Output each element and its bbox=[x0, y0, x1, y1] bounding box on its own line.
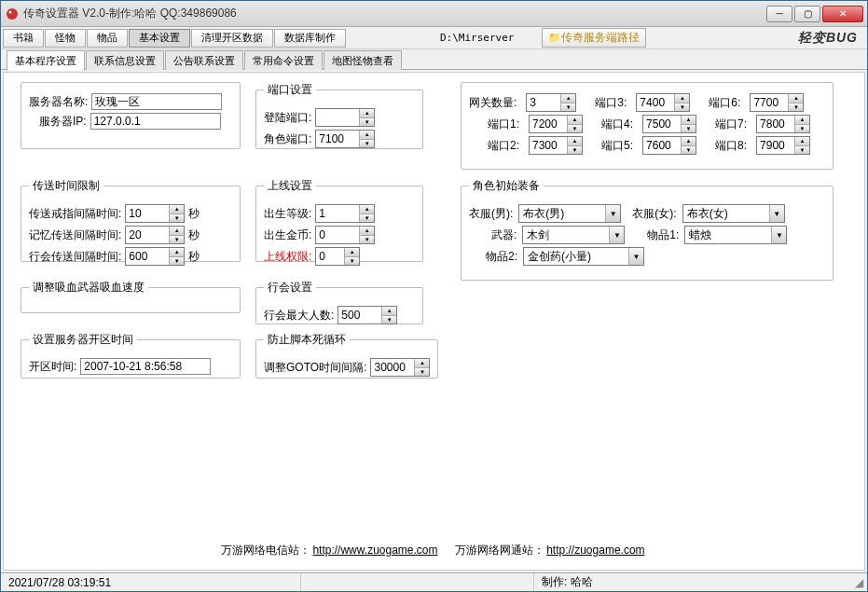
port5-spinner[interactable]: ▲▼ bbox=[642, 136, 696, 155]
toolbar-btn-basic[interactable]: 基本设置 bbox=[129, 29, 190, 48]
chevron-down-icon[interactable]: ▼ bbox=[769, 205, 784, 222]
opentime-input[interactable] bbox=[80, 358, 211, 375]
toolbar-btn-cleanup[interactable]: 清理开区数据 bbox=[191, 29, 273, 48]
ring-interval-label: 传送戒指间隔时间: bbox=[29, 206, 121, 222]
online-legend: 上线设置 bbox=[264, 178, 316, 194]
group-transfer: 传送时间限制 传送戒指间隔时间:▲▼秒 记忆传送间隔时间:▲▼秒 行会传送间隔时… bbox=[21, 178, 241, 262]
link-wt[interactable]: http://zuogame.com bbox=[546, 544, 644, 557]
role-port-spinner[interactable]: ▲▼ bbox=[315, 130, 375, 148]
guild-interval-label: 行会传送间隔时间: bbox=[29, 249, 121, 265]
cloth-f-combo[interactable]: 布衣(女)▼ bbox=[682, 204, 785, 223]
port4-spinner[interactable]: ▲▼ bbox=[642, 115, 696, 133]
birth-level-spinner[interactable]: ▲▼ bbox=[315, 204, 375, 223]
tab-basic-program[interactable]: 基本程序设置 bbox=[7, 50, 85, 71]
port6-label: 端口6: bbox=[709, 95, 740, 111]
cloth-f-label: 衣服(女): bbox=[632, 206, 676, 222]
tab-strip: 基本程序设置 联系信息设置 公告联系设置 常用命令设置 地图怪物查看 bbox=[1, 49, 867, 70]
tab-contact[interactable]: 联系信息设置 bbox=[86, 50, 164, 70]
birth-level-label: 出生等级: bbox=[264, 206, 311, 222]
opentime-label: 开区时间: bbox=[29, 359, 76, 375]
svg-point-0 bbox=[7, 8, 18, 20]
blood-legend: 调整吸血武器吸血速度 bbox=[29, 280, 148, 296]
guild-legend: 行会设置 bbox=[264, 280, 316, 296]
port8-label: 端口8: bbox=[715, 138, 747, 154]
login-port-spinner[interactable]: ▲▼ bbox=[315, 108, 375, 127]
brand-logo: 轻变BUG bbox=[798, 30, 858, 47]
port6-spinner[interactable]: ▲▼ bbox=[750, 93, 804, 112]
toolbar-btn-book[interactable]: 书籍 bbox=[3, 29, 44, 48]
content-area: 服务器名称: 服务器IP: 传送时间限制 传送戒指间隔时间:▲▼秒 记忆传送间隔… bbox=[3, 72, 865, 571]
port1-spinner[interactable]: ▲▼ bbox=[529, 115, 583, 133]
statusbar: 2021/07/28 03:19:51 制作: 哈哈 ◢ bbox=[1, 572, 867, 591]
guild-max-spinner[interactable]: ▲▼ bbox=[338, 306, 397, 324]
server-ip-label: 服务器IP: bbox=[39, 114, 87, 130]
port7-spinner[interactable]: ▲▼ bbox=[756, 115, 810, 133]
tab-announce[interactable]: 公告联系设置 bbox=[165, 50, 243, 70]
unit-sec: 秒 bbox=[188, 206, 200, 222]
tab-commands[interactable]: 常用命令设置 bbox=[244, 50, 323, 70]
toolbar-btn-monster[interactable]: 怪物 bbox=[45, 29, 86, 48]
ring-interval-spinner[interactable]: ▲▼ bbox=[125, 204, 185, 223]
port3-spinner[interactable]: ▲▼ bbox=[636, 93, 690, 112]
weapon-label: 武器: bbox=[491, 227, 517, 243]
footer-links: 万游网络电信站：http://www.zuogame.com 万游网络网通站：h… bbox=[4, 543, 864, 558]
server-ip-input[interactable] bbox=[90, 113, 221, 130]
login-port-label: 登陆端口: bbox=[264, 110, 311, 126]
server-name-input[interactable] bbox=[91, 93, 222, 110]
maximize-button[interactable]: ▢ bbox=[794, 6, 820, 22]
link-dx[interactable]: http://www.zuogame.com bbox=[312, 544, 437, 557]
item1-label: 物品1: bbox=[647, 227, 679, 243]
toolbar-btn-item[interactable]: 物品 bbox=[87, 29, 128, 48]
memory-interval-spinner[interactable]: ▲▼ bbox=[125, 226, 185, 244]
server-name-label: 服务器名称: bbox=[29, 94, 88, 110]
goto-label: 调整GOTO时间间隔: bbox=[264, 360, 366, 376]
window-title: 传奇设置器 V2.0-制作:哈哈 QQ:349869086 bbox=[23, 6, 766, 21]
tab-mapmon[interactable]: 地图怪物查看 bbox=[324, 50, 402, 70]
online-perm-spinner[interactable]: ▲▼ bbox=[315, 247, 360, 266]
status-time: 2021/07/28 03:19:51 bbox=[1, 573, 301, 591]
port4-label: 端口4: bbox=[601, 117, 633, 132]
gateway-count-spinner[interactable]: ▲▼ bbox=[526, 93, 576, 112]
close-button[interactable]: ✕ bbox=[822, 6, 863, 22]
minimize-button[interactable]: ─ bbox=[766, 6, 792, 22]
goto-spinner[interactable]: ▲▼ bbox=[370, 358, 430, 377]
item2-label: 物品2: bbox=[486, 249, 517, 265]
path-button[interactable]: 📁传奇服务端路径 bbox=[542, 28, 646, 48]
weapon-combo[interactable]: 木剑▼ bbox=[522, 226, 625, 244]
group-blood: 调整吸血武器吸血速度 bbox=[21, 280, 241, 313]
main-toolbar: 书籍 怪物 物品 基本设置 清理开区数据 数据库制作 D:\Mirserver … bbox=[1, 27, 867, 49]
group-port: 端口设置 登陆端口:▲▼ 角色端口:▲▼ bbox=[255, 82, 423, 149]
port7-label: 端口7: bbox=[715, 117, 747, 132]
transfer-legend: 传送时间限制 bbox=[29, 178, 103, 194]
spin-up-icon[interactable]: ▲ bbox=[170, 205, 184, 214]
equip-legend: 角色初始装备 bbox=[469, 178, 544, 194]
group-script: 防止脚本死循环 调整GOTO时间间隔:▲▼ bbox=[255, 332, 438, 379]
chevron-down-icon[interactable]: ▼ bbox=[605, 205, 620, 222]
toolbar-btn-db[interactable]: 数据库制作 bbox=[274, 29, 346, 48]
cloth-m-label: 衣服(男): bbox=[469, 206, 513, 222]
chevron-down-icon[interactable]: ▼ bbox=[771, 227, 786, 243]
chevron-down-icon[interactable]: ▼ bbox=[609, 227, 624, 243]
birth-gold-spinner[interactable]: ▲▼ bbox=[315, 226, 375, 244]
titlebar: 传奇设置器 V2.0-制作:哈哈 QQ:349869086 ─ ▢ ✕ bbox=[1, 1, 867, 27]
chevron-down-icon[interactable]: ▼ bbox=[628, 248, 643, 265]
spin-down-icon[interactable]: ▼ bbox=[170, 214, 184, 223]
cloth-m-combo[interactable]: 布衣(男)▼ bbox=[518, 204, 621, 223]
item2-combo[interactable]: 金创药(小量)▼ bbox=[523, 247, 644, 266]
port2-spinner[interactable]: ▲▼ bbox=[529, 136, 583, 155]
port3-label: 端口3: bbox=[595, 95, 627, 111]
memory-interval-label: 记忆传送间隔时间: bbox=[29, 227, 121, 243]
group-online: 上线设置 出生等级:▲▼ 出生金币:▲▼ 上线权限:▲▼ bbox=[255, 178, 423, 262]
guild-max-label: 行会最大人数: bbox=[264, 308, 334, 324]
port1-label: 端口1: bbox=[488, 117, 519, 132]
opentime-legend: 设置服务器开区时间 bbox=[29, 332, 137, 348]
script-legend: 防止脚本死循环 bbox=[264, 332, 350, 348]
server-path: D:\Mirserver bbox=[440, 32, 514, 44]
group-equip: 角色初始装备 衣服(男): 布衣(男)▼ 衣服(女): 布衣(女)▼ 武器: 木… bbox=[461, 178, 834, 281]
resize-grip-icon[interactable]: ◢ bbox=[855, 576, 867, 589]
port8-spinner[interactable]: ▲▼ bbox=[756, 136, 810, 155]
port-legend: 端口设置 bbox=[264, 82, 316, 98]
status-credit: 制作: 哈哈 bbox=[534, 573, 600, 591]
guild-interval-spinner[interactable]: ▲▼ bbox=[125, 247, 185, 266]
item1-combo[interactable]: 蜡烛▼ bbox=[684, 226, 787, 244]
